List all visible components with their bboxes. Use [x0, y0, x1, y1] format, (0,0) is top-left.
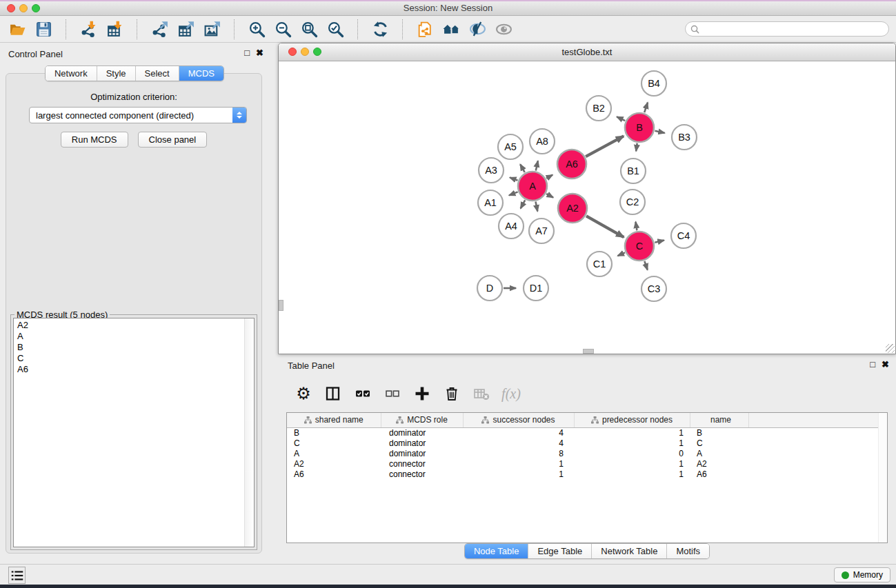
column-header-mcds-role[interactable]: MCDS role: [381, 413, 463, 428]
graph-node-A7[interactable]: A7: [529, 219, 554, 243]
graph-edge-B-B4[interactable]: [644, 103, 648, 113]
graph-edge-A-A5[interactable]: [520, 164, 525, 172]
mcds-result-item[interactable]: A6: [17, 364, 254, 375]
save-session-button[interactable]: [33, 19, 54, 40]
graph-node-A8[interactable]: A8: [530, 129, 555, 154]
table-row[interactable]: Adominator80A: [287, 449, 880, 459]
graph-node-B2[interactable]: B2: [586, 96, 611, 121]
network-canvas[interactable]: B4B2BB3A8A5A6A3B1AC2A1A2A4A7C4CC1C3DD1: [279, 61, 895, 354]
search-input[interactable]: [702, 23, 888, 35]
search-box[interactable]: [685, 21, 889, 37]
graph-edge-C-C1[interactable]: [618, 252, 626, 256]
table-settings-button[interactable]: ⚙: [293, 383, 314, 404]
table-row[interactable]: A2connector11A2: [287, 459, 880, 469]
graph-edge-A-A3[interactable]: [510, 177, 517, 180]
window-resize-grip[interactable]: [886, 344, 895, 353]
control-panel-float-button[interactable]: □: [244, 48, 250, 58]
graph-node-A[interactable]: A: [518, 172, 547, 201]
column-header-shared-name[interactable]: shared name: [287, 413, 381, 428]
graph-node-C1[interactable]: C1: [587, 252, 612, 276]
graph-node-C3[interactable]: C3: [641, 276, 666, 301]
control-panel-close-button[interactable]: ✖: [256, 48, 263, 58]
table-row[interactable]: Cdominator41C: [287, 438, 880, 449]
delete-column-button[interactable]: [441, 383, 462, 404]
result-scrollbar[interactable]: [244, 318, 254, 547]
graph-edge-A2-C[interactable]: [586, 216, 624, 237]
graph-edge-C-C2[interactable]: [636, 222, 637, 231]
column-header-predecessor-nodes[interactable]: predecessor nodes: [574, 413, 690, 428]
graph-edge-A-A8[interactable]: [536, 161, 538, 170]
tab-edge-table[interactable]: Edge Table: [528, 544, 592, 558]
horizontal-scroll-thumb[interactable]: [583, 349, 594, 354]
tab-network[interactable]: Network: [46, 66, 97, 81]
import-network-button[interactable]: [78, 19, 99, 40]
graph-node-A6[interactable]: A6: [557, 150, 586, 179]
table-panel-close-button[interactable]: ✖: [882, 360, 889, 369]
hide-graphics-details-button[interactable]: [467, 19, 488, 40]
graph-node-C[interactable]: C: [625, 232, 654, 261]
mcds-result-item[interactable]: A2: [17, 320, 254, 331]
mcds-result-item[interactable]: B: [17, 342, 254, 353]
add-column-button[interactable]: [412, 383, 432, 404]
graph-edge-A6-B[interactable]: [586, 136, 624, 156]
graph-edge-A-A6[interactable]: [546, 175, 552, 179]
export-network-button[interactable]: [149, 19, 170, 40]
table-scrollbar[interactable]: [878, 413, 887, 543]
graph-node-C4[interactable]: C4: [671, 223, 696, 248]
tab-network-table[interactable]: Network Table: [592, 544, 667, 558]
network-document-button[interactable]: [415, 19, 436, 40]
graph-node-A4[interactable]: A4: [499, 214, 524, 239]
network-window-titlebar[interactable]: testGlobe.txt: [279, 43, 895, 61]
network-graph[interactable]: B4B2BB3A8A5A6A3B1AC2A1A2A4A7C4CC1C3DD1: [279, 61, 895, 354]
mcds-result-list[interactable]: A2ABCA6: [13, 318, 255, 547]
graph-edge-B-B2[interactable]: [617, 116, 625, 121]
graph-edge-A-A2[interactable]: [546, 194, 553, 197]
export-image-button[interactable]: [201, 19, 223, 40]
home-button[interactable]: [441, 19, 462, 40]
refresh-button[interactable]: [370, 19, 391, 40]
criterion-select[interactable]: largest connected component (directed): [29, 107, 247, 123]
graph-edge-A-A7[interactable]: [536, 202, 538, 212]
memory-button[interactable]: Memory: [834, 567, 890, 582]
graph-node-A3[interactable]: A3: [479, 158, 504, 183]
column-header-name[interactable]: name: [690, 413, 748, 428]
tab-select[interactable]: Select: [136, 66, 179, 81]
deselect-all-columns-button[interactable]: [382, 383, 403, 404]
table-panel-float-button[interactable]: □: [870, 360, 875, 369]
graph-node-D1[interactable]: D1: [524, 276, 548, 301]
graph-edge-A-A1[interactable]: [509, 192, 518, 195]
show-panels-button[interactable]: [323, 383, 344, 404]
minimize-traffic-light[interactable]: [19, 4, 28, 12]
graph-node-A2[interactable]: A2: [558, 194, 587, 223]
graph-node-B[interactable]: B: [625, 113, 654, 142]
graph-node-B4[interactable]: B4: [641, 71, 666, 96]
zoom-traffic-light[interactable]: [32, 4, 40, 12]
export-table-button[interactable]: [175, 19, 197, 40]
zoom-out-button[interactable]: [272, 19, 294, 40]
import-table-button[interactable]: [104, 19, 126, 40]
graph-node-B3[interactable]: B3: [672, 125, 697, 150]
close-panel-button[interactable]: Close panel: [138, 132, 208, 148]
column-header-successor-nodes[interactable]: successor nodes: [463, 413, 574, 428]
close-traffic-light[interactable]: [7, 4, 15, 12]
zoom-selected-button[interactable]: [325, 19, 346, 40]
graph-node-C2[interactable]: C2: [620, 190, 645, 214]
graph-edge-A-A4[interactable]: [521, 200, 526, 208]
node-table[interactable]: shared nameMCDS rolesuccessor nodesprede…: [286, 412, 888, 543]
graph-node-D[interactable]: D: [477, 276, 502, 301]
tab-motifs[interactable]: Motifs: [667, 544, 709, 558]
network-zoom-traffic-light[interactable]: [313, 48, 321, 56]
open-session-button[interactable]: [7, 19, 28, 40]
function-builder-button[interactable]: f(x): [501, 383, 521, 404]
task-history-button[interactable]: [8, 567, 26, 584]
graph-edge-C-C4[interactable]: [655, 241, 664, 243]
graph-node-B1[interactable]: B1: [621, 159, 646, 183]
network-minimize-traffic-light[interactable]: [301, 48, 309, 56]
table-row[interactable]: Bdominator41B: [287, 428, 880, 439]
zoom-in-button[interactable]: [246, 19, 268, 40]
graph-edge-C-C3[interactable]: [644, 261, 647, 270]
graph-edge-B-B1[interactable]: [636, 143, 637, 152]
tab-mcds[interactable]: MCDS: [179, 66, 223, 81]
run-mcds-button[interactable]: Run MCDS: [61, 132, 128, 148]
table-row[interactable]: A6connector11A6: [287, 469, 880, 480]
